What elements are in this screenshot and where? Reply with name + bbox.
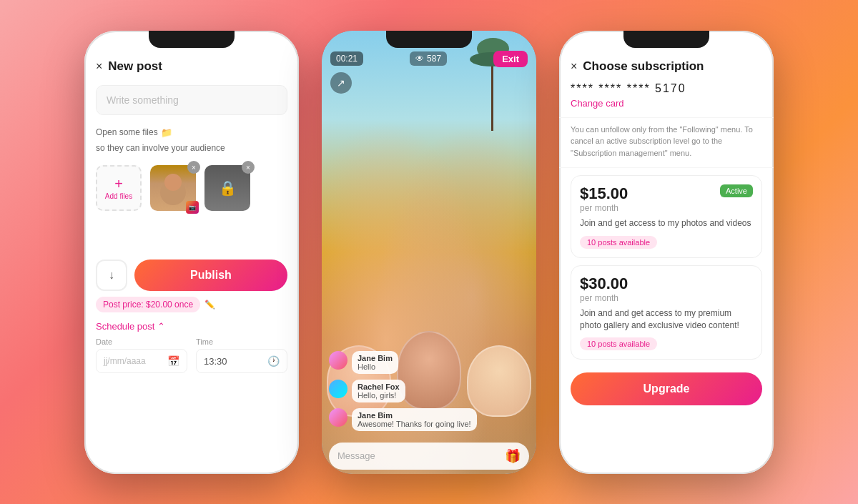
share-button[interactable]: ↗ — [330, 72, 352, 94]
phone1-content: × New post Write something Open some fil… — [84, 48, 299, 474]
publish-row: ↓ Publish — [84, 217, 299, 297]
file-thumb-1: × 📷 — [150, 165, 196, 211]
schedule-toggle[interactable]: Schedule post ⌃ — [84, 318, 299, 337]
plan1-period: per month — [580, 203, 753, 213]
date-field-wrapper: Date jj/mm/aaaa 📅 — [96, 337, 187, 373]
calendar-icon: 📅 — [167, 355, 179, 367]
card-number: **** **** **** 5170 — [559, 79, 774, 98]
chat-text-1: Hello — [358, 362, 393, 371]
subscription-plan-1[interactable]: Active $15.00 per month Join and get acc… — [571, 175, 762, 258]
download-button[interactable]: ↓ — [96, 260, 127, 291]
edit-price-icon[interactable]: ✏️ — [204, 300, 215, 310]
gift-icon[interactable]: 🎁 — [505, 448, 521, 464]
remove-thumb2-button[interactable]: × — [242, 161, 255, 174]
instagram-badge: 📷 — [186, 201, 199, 214]
time-field-wrapper: Time 13:30 🕐 — [196, 337, 287, 373]
chat-message-3: Jane Bim Awesome! Thanks for going live! — [329, 408, 529, 431]
close-button[interactable]: × — [96, 61, 102, 72]
phone-live-stream: 00:21 👁 587 Exit ↗ Jane Bim Hello Rachel… — [322, 31, 536, 474]
timer-badge: 00:21 — [330, 51, 363, 66]
open-files-description: Open some files 📁 so they can involve yo… — [84, 121, 299, 160]
upgrade-button[interactable]: Upgrade — [571, 372, 762, 405]
date-input[interactable]: jj/mm/aaaa 📅 — [96, 349, 187, 373]
remove-thumb1-button[interactable]: × — [187, 161, 200, 174]
live-content: 00:21 👁 587 Exit ↗ Jane Bim Hello Rachel… — [322, 31, 536, 474]
add-files-label: Add files — [105, 192, 132, 200]
phone-subscription: × Choose subscription **** **** **** 517… — [559, 31, 774, 474]
phone-notch-3 — [623, 31, 709, 48]
subscription-header: × Choose subscription — [559, 48, 774, 79]
files-area: + Add files × 📷 🔒 × — [84, 159, 299, 217]
schedule-row: Date jj/mm/aaaa 📅 Time 13:30 🕐 — [96, 337, 287, 373]
views-count: 587 — [427, 54, 441, 64]
lock-icon: 🔒 — [219, 179, 237, 197]
chat-bubble-3: Jane Bim Awesome! Thanks for going live! — [352, 408, 477, 431]
chat-avatar-3 — [329, 408, 347, 427]
date-label: Date — [96, 337, 187, 346]
views-badge: 👁 587 — [410, 51, 447, 66]
plan2-posts: 10 posts available — [580, 337, 657, 350]
exit-button[interactable]: Exit — [493, 51, 528, 67]
post-title: New post — [108, 59, 162, 74]
price-tag: Post price: $20.00 once — [96, 297, 200, 312]
publish-button[interactable]: Publish — [134, 260, 287, 291]
message-placeholder[interactable]: Message — [337, 450, 375, 461]
sub-close-button[interactable]: × — [571, 61, 577, 72]
plan1-posts: 10 posts available — [580, 236, 657, 249]
write-something-input[interactable]: Write something — [96, 85, 287, 115]
phone-notch-2 — [386, 31, 472, 48]
plan2-description: Join and and get access to my premium ph… — [580, 307, 753, 332]
folder-icon: 📁 — [161, 127, 172, 139]
locked-thumbnail: 🔒 — [204, 165, 250, 211]
add-icon: + — [114, 177, 123, 191]
clock-icon: 🕐 — [267, 355, 280, 367]
add-files-button[interactable]: + Add files — [96, 165, 142, 211]
eye-icon: 👁 — [415, 54, 424, 64]
post-header: × New post — [84, 48, 299, 79]
subscription-title: Choose subscription — [583, 59, 704, 74]
live-hud: 00:21 👁 587 Exit — [322, 51, 536, 67]
chat-bubble-1: Jane Bim Hello — [352, 351, 398, 374]
message-bar[interactable]: Message 🎁 — [329, 443, 529, 470]
chat-user-2: Rachel Fox — [358, 382, 400, 391]
phone-new-post: × New post Write something Open some fil… — [84, 31, 299, 474]
chat-text-2: Hello, girls! — [358, 391, 400, 400]
change-card-button[interactable]: Change card — [559, 98, 774, 117]
phone3-content: × Choose subscription **** **** **** 517… — [559, 48, 774, 474]
file-thumb-2: 🔒 × — [204, 165, 250, 211]
active-badge: Active — [720, 184, 753, 197]
plan2-period: per month — [580, 293, 753, 303]
subscription-note: You can unfollow only from the "Followin… — [559, 117, 774, 169]
plan1-description: Join and get access to my photos and vid… — [580, 217, 753, 229]
time-input[interactable]: 13:30 🕐 — [196, 349, 287, 373]
phone-notch-1 — [149, 31, 235, 48]
chat-user-3: Jane Bim — [358, 411, 471, 420]
schedule-fields: Date jj/mm/aaaa 📅 Time 13:30 🕐 — [84, 337, 299, 373]
chat-avatar-1 — [329, 351, 347, 370]
subscription-plan-2[interactable]: $30.00 per month Join and and get access… — [571, 265, 762, 360]
chat-area: Jane Bim Hello Rachel Fox Hello, girls! … — [329, 351, 529, 437]
chat-avatar-2 — [329, 380, 347, 398]
chat-bubble-2: Rachel Fox Hello, girls! — [352, 380, 405, 402]
chat-message-2: Rachel Fox Hello, girls! — [329, 380, 529, 402]
plan2-price: $30.00 — [580, 275, 753, 293]
chat-user-1: Jane Bim — [358, 354, 393, 362]
chat-message-1: Jane Bim Hello — [329, 351, 529, 374]
time-label: Time — [196, 337, 287, 346]
post-price-area: Post price: $20.00 once ✏️ — [84, 297, 299, 318]
chat-text-3: Awesome! Thanks for going live! — [358, 420, 471, 428]
